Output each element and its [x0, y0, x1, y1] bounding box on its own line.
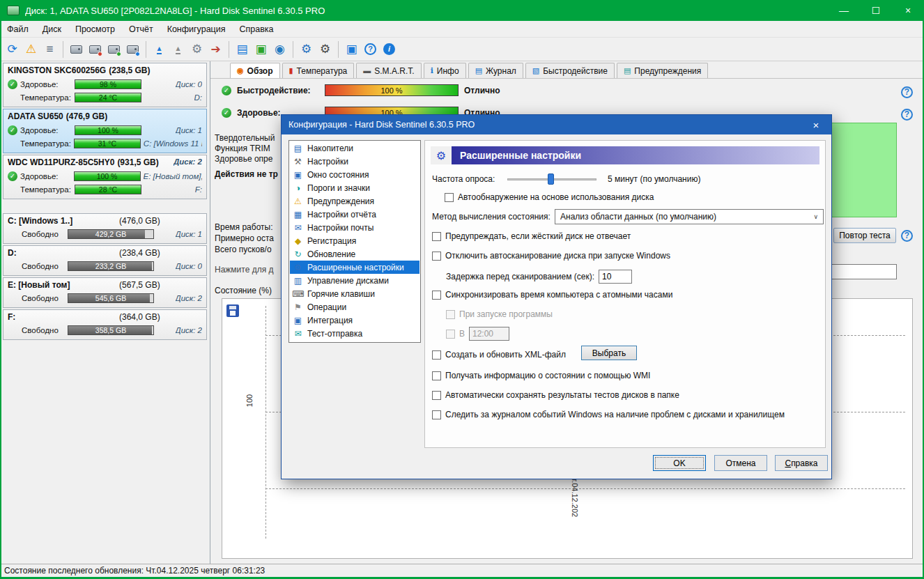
settings-category-8[interactable]: ↻Обновление: [290, 247, 419, 261]
system-gear-icon[interactable]: ⚙: [316, 40, 334, 59]
settings-category-12[interactable]: ⚑Операции: [290, 300, 419, 314]
disk-item[interactable]: KINGSTON SKC600256G(238,5 GB)✓Здоровье:9…: [3, 63, 207, 107]
category-icon: ◑: [292, 183, 304, 193]
menu-item-5[interactable]: Справка: [233, 21, 281, 38]
settings-category-6[interactable]: ✉Настройки почты: [290, 221, 419, 234]
tab-3[interactable]: ℹИнфо: [424, 63, 466, 78]
help-button[interactable]: Справка: [775, 455, 828, 471]
network-icon[interactable]: ◉: [270, 40, 289, 59]
sync-time-checkbox[interactable]: Синхронизировать время компьютера с атом…: [432, 288, 672, 301]
watch-eventlog-checkbox[interactable]: Следить за журналом событий Windows на н…: [432, 408, 785, 421]
disk-ok-icon[interactable]: [105, 40, 123, 59]
settings-category-4[interactable]: ⚠Предупреждения: [290, 194, 419, 208]
disk-item[interactable]: ADATA SU650(476,9 GB)✓Здоровье:100 %Диск…: [3, 109, 207, 153]
partition-item[interactable]: F:(364,0 GB)Свободно358,5 GBДиск: 2: [3, 309, 207, 340]
wmi-checkbox[interactable]: Получать информацию о состоянии с помощь…: [432, 369, 650, 382]
text-report-icon[interactable]: ≡: [40, 40, 59, 59]
partition-item[interactable]: E: [Новый том](567,5 GB)Свободно545,6 GB…: [3, 277, 207, 308]
disk-remove-icon[interactable]: [86, 40, 105, 59]
info-icon[interactable]: i: [380, 40, 399, 59]
settings-category-1[interactable]: ⚒Настройки: [290, 155, 419, 168]
disk-surface-icon[interactable]: [67, 40, 86, 59]
tab-4[interactable]: ▤Журнал: [468, 63, 523, 78]
eject-icon[interactable]: ▴: [169, 40, 187, 59]
tab-0[interactable]: ◉Обзор: [230, 63, 280, 78]
retest-button[interactable]: Повтор теста: [833, 228, 896, 243]
refresh-icon[interactable]: ⟳: [3, 40, 22, 59]
settings-category-14[interactable]: ✉Тест-отправка: [290, 327, 419, 340]
panel-title: Расширенные настройки: [452, 146, 819, 164]
checkbox-label: Создать и обновить XML-файл: [445, 350, 566, 360]
disk-item[interactable]: WDC WD11PURZ-85C5HY0(931,5 GB)Диск: 2✓Зд…: [3, 155, 207, 199]
settings-category-5[interactable]: ▦Настройки отчёта: [290, 208, 419, 221]
status-window-icon[interactable]: ▣: [252, 40, 270, 59]
partition-disk-index: Диск: 1: [176, 230, 202, 238]
close-button[interactable]: ×: [892, 0, 924, 21]
autodetect-checkbox[interactable]: Автообнаружение на основе использования …: [445, 191, 654, 203]
screenshot-icon[interactable]: ▣: [342, 40, 361, 59]
temperature-label: Температура:: [20, 185, 72, 194]
health-bar: 100 %: [75, 125, 141, 135]
disk-health-row: ✓Здоровье:100 %E: [Новый том],: [8, 169, 202, 183]
menu-item-2[interactable]: Просмотр: [68, 21, 122, 38]
help-question-icon[interactable]: ?: [901, 109, 913, 121]
partition-item[interactable]: D:(238,4 GB)Свободно233,2 GBДиск: 0: [3, 245, 207, 276]
disk-name: KINGSTON SKC600256G: [8, 65, 106, 77]
chart-title: Состояние (%): [215, 286, 272, 295]
disk-row-right: D:: [194, 93, 203, 102]
xml-file-checkbox[interactable]: Создать и обновить XML-файл: [432, 348, 566, 361]
scan-delay-input[interactable]: [599, 270, 632, 284]
settings-gear-icon[interactable]: ⚙: [297, 40, 316, 59]
performance-status: Отлично: [464, 86, 500, 95]
category-icon: ⚒: [292, 157, 304, 167]
dialog-close-button[interactable]: ×: [801, 115, 831, 134]
tab-5[interactable]: ▧Быстродействие: [525, 63, 615, 78]
tab-icon: ▮: [289, 67, 293, 75]
disk-mount-icon[interactable]: [123, 40, 142, 59]
help-icon[interactable]: ?: [361, 40, 380, 59]
method-combobox[interactable]: Анализ области данных (по умолчанию)∨: [555, 209, 824, 224]
settings-category-0[interactable]: ▤Накопители: [290, 141, 419, 155]
tab-6[interactable]: ▤Предупреждения: [617, 63, 708, 78]
settings-category-11[interactable]: ⌨Горячие клавиши: [290, 287, 419, 300]
menu-item-1[interactable]: Диск: [36, 21, 68, 38]
gridline: [265, 306, 266, 539]
ok-button[interactable]: OK: [653, 455, 706, 471]
disable-autoscan-checkbox[interactable]: Отключить автосканирование диска при зап…: [432, 249, 670, 262]
disk-tools-icon[interactable]: ⚙: [187, 40, 206, 59]
report-icon[interactable]: ▤: [233, 40, 252, 59]
choose-file-button[interactable]: Выбрать: [581, 346, 637, 360]
usb-eject-icon[interactable]: ▴: [150, 40, 169, 59]
autosave-tests-checkbox[interactable]: Автоматически сохранять результаты тесто…: [432, 389, 679, 401]
help-question-icon[interactable]: ?: [901, 86, 913, 98]
partition-name: C: [Windows 1..]: [8, 216, 119, 228]
tab-2[interactable]: ▬S.M.A.R.T.: [356, 63, 421, 78]
help-question-icon[interactable]: ?: [901, 230, 913, 242]
menu-item-0[interactable]: Файл: [0, 21, 36, 38]
settings-category-9[interactable]: ⚙Расширенные настройки: [290, 261, 419, 274]
window-edge: [0, 21, 1, 579]
partition-item[interactable]: C: [Windows 1..](476,0 GB)Свободно429,2 …: [3, 213, 207, 244]
category-label: Расширенные настройки: [307, 263, 404, 272]
no-response-checkbox[interactable]: Предупреждать, если жёсткий диск не отве…: [432, 230, 631, 242]
settings-category-7[interactable]: ◆Регистрация: [290, 234, 419, 247]
free-space-bar: 233,2 GB: [68, 261, 154, 271]
save-chart-button[interactable]: [226, 304, 239, 317]
disk-arrow-icon[interactable]: ➔: [206, 40, 225, 59]
checkbox-label: Следить за журналом событий Windows на н…: [445, 410, 785, 419]
slider-thumb[interactable]: [548, 173, 554, 185]
tab-1[interactable]: ▮Температура: [282, 63, 355, 78]
menu-item-4[interactable]: Конфигурация: [160, 21, 233, 38]
poll-frequency-slider[interactable]: [507, 173, 596, 185]
settings-category-13[interactable]: ▣Интеграция: [290, 314, 419, 327]
error-report-icon[interactable]: ⚠: [22, 40, 40, 59]
settings-category-2[interactable]: ▣Окно состояния: [290, 168, 419, 181]
settings-category-3[interactable]: ◑Пороги и значки: [290, 181, 419, 194]
maximize-button[interactable]: ☐: [860, 0, 892, 21]
text-report-icon-glyph: ≡: [47, 43, 54, 55]
menu-item-3[interactable]: Отчёт: [122, 21, 160, 38]
menubar: ФайлДискПросмотрОтчётКонфигурацияСправка: [0, 21, 924, 38]
cancel-button[interactable]: Отмена: [714, 455, 767, 471]
minimize-button[interactable]: —: [828, 0, 860, 21]
settings-category-10[interactable]: ▥Управление дисками: [290, 274, 419, 287]
